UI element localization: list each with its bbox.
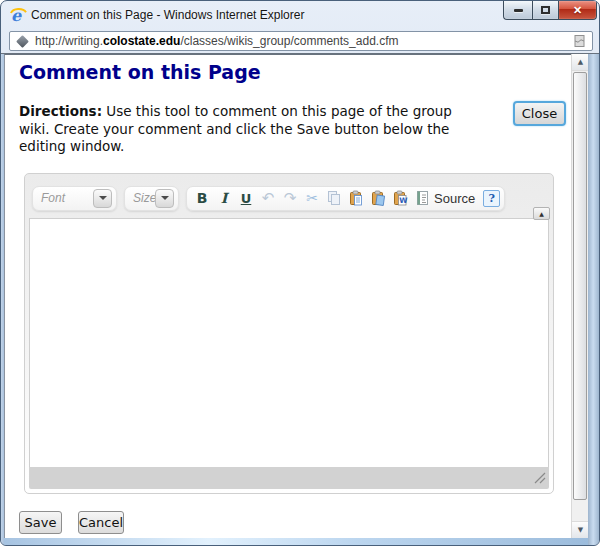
editor-toolbar: Font Size B I U [29, 178, 549, 218]
url-domain: colostate.edu [103, 34, 180, 48]
address-site-icon [16, 35, 29, 48]
scrollbar-thumb[interactable] [573, 72, 587, 500]
copy-icon[interactable] [323, 187, 345, 209]
scroll-down-arrow-icon: ▼ [578, 526, 583, 534]
directions-line-2: wiki. Create your comment and click the … [19, 121, 452, 139]
close-icon: ✕ [573, 4, 582, 17]
size-combo-label: Size [129, 191, 155, 205]
resize-handle-icon[interactable] [533, 471, 546, 484]
maximize-icon [541, 6, 550, 14]
window-close-button[interactable]: ✕ [559, 1, 597, 20]
window-border-left [1, 54, 4, 546]
bold-button[interactable]: B [191, 187, 213, 209]
toolbar-collapse-button[interactable]: ▲ [533, 207, 550, 220]
page-title: Comment on this Page [19, 61, 261, 83]
titlebar[interactable]: e Comment on this Page - Windows Interne… [1, 1, 599, 29]
italic-button[interactable]: I [213, 187, 235, 209]
font-combo-label: Font [37, 191, 93, 205]
cut-icon[interactable]: ✂ [301, 187, 323, 209]
ie-logo-icon: e [9, 6, 27, 24]
paste-icon[interactable] [345, 187, 367, 209]
source-icon [415, 190, 430, 206]
help-button[interactable]: ? [483, 190, 500, 207]
cancel-button[interactable]: Cancel [78, 511, 124, 534]
underline-button[interactable]: U [235, 187, 257, 209]
directions-text: Directions: Use this tool to comment on … [19, 103, 452, 156]
editor-content-area[interactable] [29, 218, 549, 467]
editor-status-bar [29, 467, 549, 489]
format-button-group: B I U ↶ ↷ ✂ [186, 186, 505, 211]
font-combo-arrow-button[interactable] [93, 189, 112, 208]
paste-from-word-icon[interactable]: W [389, 187, 411, 209]
save-button[interactable]: Save [19, 511, 62, 534]
redo-icon[interactable]: ↷ [279, 187, 301, 209]
source-button[interactable]: Source [411, 190, 479, 206]
scroll-up-arrow-icon: ▲ [578, 58, 583, 66]
screen: e Comment on this Page - Windows Interne… [0, 0, 600, 546]
url-prefix: http://writing. [35, 34, 103, 48]
page-viewport: Comment on this Page Directions: Use thi… [4, 54, 571, 538]
rich-text-editor: Font Size B I U [24, 173, 554, 494]
font-combo[interactable]: Font [32, 186, 117, 211]
window-title: Comment on this Page - Windows Internet … [31, 8, 304, 22]
browser-window: e Comment on this Page - Windows Interne… [0, 0, 600, 546]
paste-plain-text-icon[interactable] [367, 187, 389, 209]
scroll-up-button[interactable]: ▲ [572, 54, 589, 71]
address-input[interactable]: http://writing.colostate.edu/classes/wik… [9, 31, 593, 51]
minimize-icon [514, 9, 523, 12]
vertical-scrollbar[interactable]: ▲ ▼ [571, 54, 588, 538]
undo-icon[interactable]: ↶ [257, 187, 279, 209]
collapse-arrow-icon: ▲ [539, 210, 544, 217]
source-button-label: Source [434, 191, 475, 206]
question-mark-icon: ? [488, 192, 494, 205]
close-button[interactable]: Close [513, 101, 566, 126]
svg-text:W: W [399, 196, 408, 205]
size-combo[interactable]: Size [124, 186, 179, 211]
address-bar: http://writing.colostate.edu/classes/wik… [1, 29, 599, 54]
url-path: /classes/wikis_group/comments_add.cfm [180, 34, 398, 48]
minimize-button[interactable] [503, 1, 532, 20]
window-border-right [588, 54, 600, 546]
maximize-button[interactable] [532, 1, 559, 20]
directions-label: Directions: [19, 103, 102, 119]
window-controls: ✕ [503, 1, 597, 20]
window-border-bottom [4, 538, 588, 546]
directions-line-1: Directions: Use this tool to comment on … [19, 103, 452, 121]
chevron-down-icon [99, 196, 107, 200]
compatibility-view-icon[interactable] [574, 34, 586, 48]
chevron-down-icon [161, 196, 169, 200]
scroll-down-button[interactable]: ▼ [572, 521, 589, 538]
directions-line-3: editing window. [19, 138, 452, 156]
size-combo-arrow-button[interactable] [155, 189, 174, 208]
